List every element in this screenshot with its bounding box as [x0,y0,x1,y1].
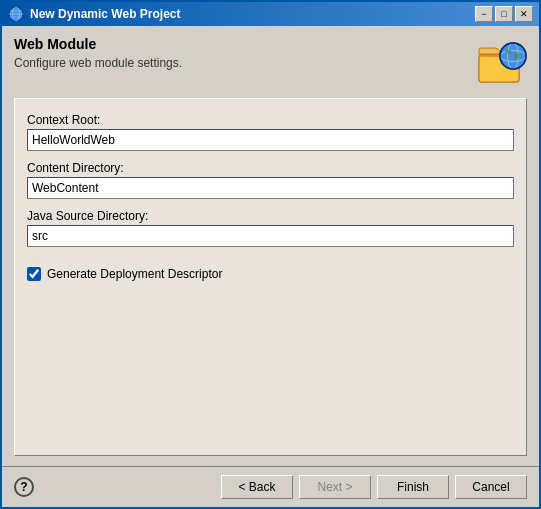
title-bar-buttons: − □ ✕ [475,6,533,22]
form-panel: Context Root: Content Directory: Java So… [14,98,527,456]
generate-descriptor-checkbox[interactable] [27,267,41,281]
header-icon [475,36,527,88]
window-title: New Dynamic Web Project [30,7,469,21]
header-section: Web Module Configure web module settings… [14,36,527,88]
page-subtitle: Configure web module settings. [14,56,475,70]
content-dir-input[interactable] [27,177,514,199]
maximize-button[interactable]: □ [495,6,513,22]
context-root-group: Context Root: [27,113,514,151]
window-icon [8,6,24,22]
cancel-button[interactable]: Cancel [455,475,527,499]
java-source-input[interactable] [27,225,514,247]
checkbox-label: Generate Deployment Descriptor [47,267,222,281]
title-bar: New Dynamic Web Project − □ ✕ [2,2,539,26]
java-source-label: Java Source Directory: [27,209,514,223]
minimize-button[interactable]: − [475,6,493,22]
checkbox-row: Generate Deployment Descriptor [27,267,514,281]
context-root-label: Context Root: [27,113,514,127]
java-source-group: Java Source Directory: [27,209,514,247]
window: New Dynamic Web Project − □ ✕ Web Module… [0,0,541,509]
context-root-input[interactable] [27,129,514,151]
close-button[interactable]: ✕ [515,6,533,22]
nav-buttons: < Back Next > Finish Cancel [221,475,527,499]
back-button[interactable]: < Back [221,475,293,499]
finish-button[interactable]: Finish [377,475,449,499]
spacer [27,287,514,441]
help-button[interactable]: ? [14,477,34,497]
button-bar: ? < Back Next > Finish Cancel [2,466,539,507]
folder-globe-icon [475,36,527,88]
next-button[interactable]: Next > [299,475,371,499]
header-text: Web Module Configure web module settings… [14,36,475,70]
content-dir-label: Content Directory: [27,161,514,175]
page-title: Web Module [14,36,475,52]
content-area: Web Module Configure web module settings… [2,26,539,466]
content-dir-group: Content Directory: [27,161,514,199]
